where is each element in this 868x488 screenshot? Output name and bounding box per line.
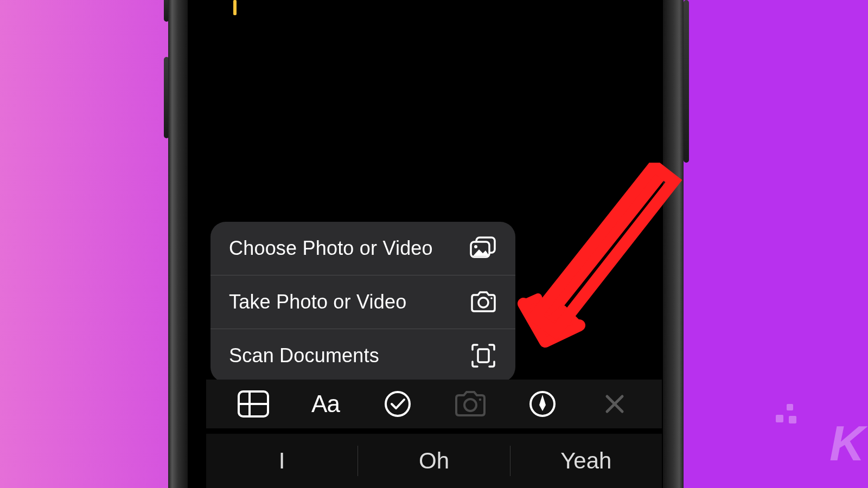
- menu-item-label: Scan Documents: [229, 344, 379, 367]
- menu-item-label: Take Photo or Video: [229, 291, 406, 313]
- suggestion-3[interactable]: Yeah: [510, 448, 662, 474]
- pen-circle-icon: [529, 390, 556, 418]
- textstyle-tool[interactable]: Aa: [309, 388, 342, 420]
- close-icon: [604, 393, 626, 415]
- svg-point-4: [490, 297, 493, 299]
- check-circle-icon: [384, 390, 411, 418]
- svg-point-10: [464, 399, 476, 411]
- note-toolbar: Aa: [206, 380, 662, 428]
- suggestion-1[interactable]: I: [206, 448, 358, 474]
- camera-icon: [470, 288, 497, 316]
- menu-item-label: Choose Photo or Video: [229, 237, 433, 260]
- watermark-dots: [765, 404, 803, 426]
- text-cursor: [233, 0, 237, 15]
- scan-icon: [470, 342, 497, 369]
- photos-icon: [470, 235, 497, 262]
- textstyle-icon: Aa: [311, 390, 340, 418]
- table-icon: [238, 390, 269, 418]
- markup-tool[interactable]: [526, 388, 559, 420]
- phone-bezel: [663, 0, 684, 488]
- close-tool[interactable]: [598, 388, 631, 420]
- phone-power-button: [684, 0, 689, 163]
- table-tool[interactable]: [237, 388, 270, 420]
- suggestion-2[interactable]: Oh: [358, 448, 509, 474]
- phone-screen: Choose Photo or Video Take Photo or Vide…: [206, 0, 662, 488]
- checklist-tool[interactable]: [381, 388, 414, 420]
- menu-item-take-photo[interactable]: Take Photo or Video: [210, 275, 515, 329]
- watermark-k: K: [829, 416, 863, 472]
- svg-point-11: [478, 399, 481, 401]
- phone-bezel: [168, 0, 188, 488]
- keyboard-suggestions: I Oh Yeah: [206, 434, 662, 488]
- svg-rect-5: [478, 349, 489, 362]
- camera-tool[interactable]: [454, 388, 487, 420]
- menu-item-choose-photo[interactable]: Choose Photo or Video: [210, 222, 515, 275]
- svg-point-9: [386, 392, 410, 416]
- insert-menu: Choose Photo or Video Take Photo or Vide…: [210, 222, 515, 382]
- svg-point-3: [478, 298, 488, 307]
- svg-point-2: [474, 245, 477, 248]
- menu-item-scan-documents[interactable]: Scan Documents: [210, 329, 515, 382]
- camera-icon: [454, 390, 487, 418]
